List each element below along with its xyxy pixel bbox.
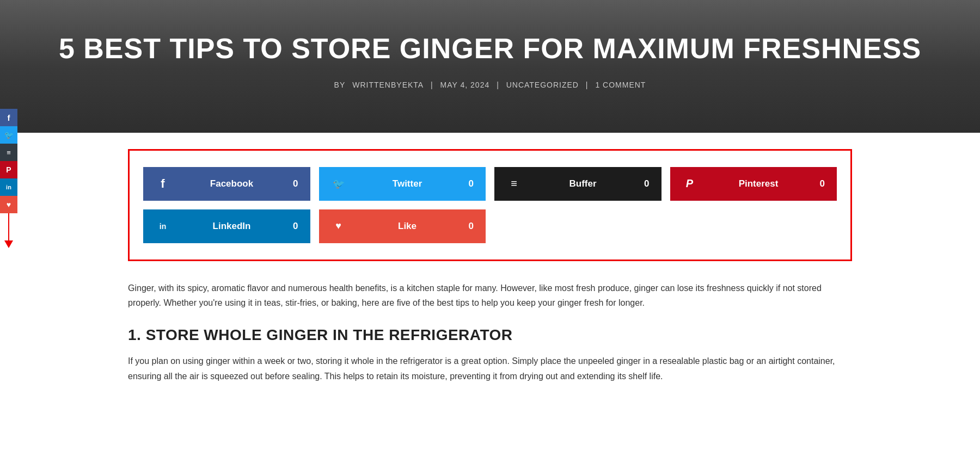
love-share-button[interactable]: ♥ Like 0 bbox=[319, 209, 486, 243]
love-btn-count: 0 bbox=[469, 221, 474, 232]
buffer-share-button[interactable]: ≡ Buffer 0 bbox=[494, 167, 661, 201]
post-meta: BY WRITTENBYEKTA | MAY 4, 2024 | UNCATEG… bbox=[11, 81, 969, 89]
pinterest-share-button[interactable]: P Pinterest 0 bbox=[670, 167, 837, 201]
arrow-indicator bbox=[4, 213, 13, 248]
linkedin-share-button[interactable]: in LinkedIn 0 bbox=[143, 209, 310, 243]
sidebar-item-pinterest[interactable]: P bbox=[0, 161, 17, 178]
sidebar-social: f 🐦 ≡ P in ♥ bbox=[0, 109, 17, 213]
hero-section: 5 Best Tips to Store Ginger for Maximum … bbox=[0, 0, 980, 133]
buffer-icon: ≡ bbox=[7, 149, 11, 157]
meta-sep1: | bbox=[431, 81, 433, 89]
facebook-btn-count: 0 bbox=[293, 178, 298, 189]
facebook-icon: f bbox=[8, 113, 10, 122]
love-btn-label: Like bbox=[354, 221, 461, 232]
linkedin-btn-count: 0 bbox=[293, 221, 298, 232]
buffer-btn-icon: ≡ bbox=[506, 177, 522, 190]
sidebar-item-twitter[interactable]: 🐦 bbox=[0, 126, 17, 144]
meta-by: BY bbox=[334, 81, 346, 89]
facebook-btn-label: Facebook bbox=[178, 178, 285, 189]
twitter-btn-count: 0 bbox=[469, 178, 474, 189]
main-content: f Facebook 0 🐦 Twitter 0 ≡ Buffer 0 P Pi… bbox=[95, 133, 885, 400]
pinterest-btn-icon: P bbox=[682, 177, 697, 190]
meta-comments: 1 COMMENT bbox=[595, 81, 646, 89]
meta-sep3: | bbox=[586, 81, 589, 89]
facebook-share-button[interactable]: f Facebook 0 bbox=[143, 167, 310, 201]
sidebar-item-linkedin[interactable]: in bbox=[0, 178, 17, 196]
meta-author: WRITTENBYEKTA bbox=[352, 81, 424, 89]
buffer-btn-label: Buffer bbox=[529, 178, 636, 189]
pinterest-btn-count: 0 bbox=[820, 178, 825, 189]
sidebar-item-buffer[interactable]: ≡ bbox=[0, 144, 17, 161]
section1-heading: 1. Store Whole Ginger in the Refrigerato… bbox=[128, 326, 852, 344]
sidebar-item-facebook[interactable]: f bbox=[0, 109, 17, 126]
page-title: 5 Best Tips to Store Ginger for Maximum … bbox=[11, 33, 969, 65]
buffer-btn-count: 0 bbox=[644, 178, 649, 189]
linkedin-btn-icon: in bbox=[155, 222, 170, 231]
love-icon: ♥ bbox=[7, 200, 11, 209]
twitter-btn-icon: 🐦 bbox=[331, 178, 346, 190]
meta-date: MAY 4, 2024 bbox=[440, 81, 490, 89]
section1-body: If you plan on using ginger within a wee… bbox=[128, 354, 852, 384]
article-intro: Ginger, with its spicy, aromatic flavor … bbox=[128, 281, 852, 310]
linkedin-icon: in bbox=[6, 184, 11, 190]
twitter-share-button[interactable]: 🐦 Twitter 0 bbox=[319, 167, 486, 201]
share-buttons-box: f Facebook 0 🐦 Twitter 0 ≡ Buffer 0 P Pi… bbox=[128, 149, 852, 261]
meta-category: UNCATEGORIZED bbox=[506, 81, 579, 89]
pinterest-btn-label: Pinterest bbox=[705, 178, 812, 189]
twitter-btn-label: Twitter bbox=[354, 178, 461, 189]
sidebar-item-love[interactable]: ♥ bbox=[0, 196, 17, 213]
meta-sep2: | bbox=[497, 81, 499, 89]
love-btn-icon: ♥ bbox=[331, 220, 346, 232]
facebook-btn-icon: f bbox=[155, 177, 170, 191]
pinterest-icon: P bbox=[6, 165, 11, 174]
twitter-icon: 🐦 bbox=[4, 131, 14, 139]
linkedin-btn-label: LinkedIn bbox=[178, 221, 285, 232]
